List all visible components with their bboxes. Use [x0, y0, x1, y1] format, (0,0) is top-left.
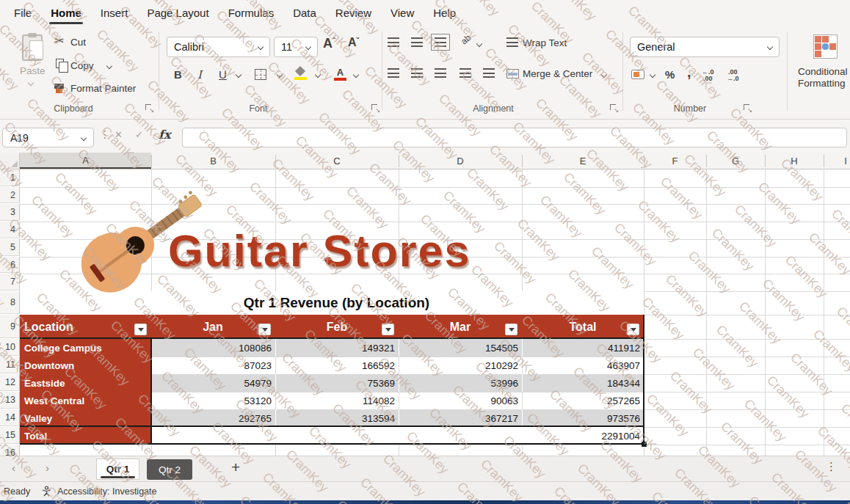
- table-row-label[interactable]: College Campus: [20, 339, 151, 357]
- row-header-9[interactable]: 9: [0, 315, 20, 338]
- table-cell[interactable]: 87023: [154, 357, 272, 374]
- comma-style-button[interactable]: ,: [687, 64, 691, 81]
- ribbon-tab-insert[interactable]: Insert: [91, 0, 138, 26]
- merge-center-label[interactable]: Merge & Center: [523, 68, 592, 79]
- filter-button[interactable]: [382, 324, 394, 335]
- table-cell[interactable]: 367217: [402, 409, 518, 427]
- align-center-icon[interactable]: [411, 68, 423, 78]
- row-header-3[interactable]: 3: [0, 204, 20, 221]
- column-header-A[interactable]: A: [20, 153, 151, 169]
- filter-button[interactable]: [258, 324, 271, 335]
- table-cell[interactable]: 108086: [154, 339, 272, 357]
- column-header-I[interactable]: I: [824, 153, 850, 169]
- column-header-B[interactable]: B: [151, 153, 275, 169]
- table-row-label[interactable]: Valley: [20, 409, 151, 427]
- column-header-C[interactable]: C: [275, 153, 399, 169]
- increase-indent-icon[interactable]: [483, 68, 495, 78]
- table-cell[interactable]: 166592: [278, 357, 395, 374]
- table-cell[interactable]: 463907: [525, 357, 640, 374]
- fx-icon[interactable]: fx: [159, 128, 170, 142]
- column-header-D[interactable]: D: [399, 153, 522, 169]
- table-row-label[interactable]: Eastside: [20, 374, 151, 392]
- increase-decimal-icon[interactable]: ←.0.00: [702, 69, 714, 82]
- cut-label[interactable]: Cut: [70, 37, 86, 48]
- table-cell[interactable]: 114082: [278, 392, 395, 409]
- alignment-dialog-launcher[interactable]: [610, 104, 618, 112]
- table-row-label[interactable]: Downtown: [20, 357, 151, 374]
- column-header-E[interactable]: E: [522, 153, 644, 169]
- format-painter-label[interactable]: Format Painter: [70, 83, 136, 94]
- percent-style-button[interactable]: %: [665, 68, 675, 81]
- wrap-text-label[interactable]: Wrap Text: [523, 37, 567, 48]
- tab-strip-menu-icon[interactable]: ⋮: [826, 460, 837, 473]
- number-dialog-launcher[interactable]: [744, 104, 752, 112]
- row-header-5[interactable]: 5: [0, 239, 20, 256]
- table-cell[interactable]: 973576: [525, 409, 640, 427]
- table-cell[interactable]: 75369: [278, 374, 395, 392]
- name-box[interactable]: A19: [2, 128, 94, 147]
- new-sheet-button[interactable]: +: [231, 459, 240, 476]
- table-cell[interactable]: 313594: [278, 409, 395, 427]
- row-header-1[interactable]: 1: [0, 169, 20, 186]
- column-header-H[interactable]: H: [765, 153, 824, 169]
- table-cell[interactable]: 90063: [402, 392, 518, 409]
- table-total-label[interactable]: Total: [20, 427, 151, 445]
- filter-button[interactable]: [134, 324, 147, 335]
- orientation-chevron-icon[interactable]: [476, 41, 482, 47]
- font-family-combo[interactable]: Calibri: [167, 37, 270, 57]
- table-cell[interactable]: 210292: [402, 357, 518, 374]
- align-right-icon[interactable]: [435, 68, 446, 78]
- enter-icon[interactable]: ✓: [135, 129, 143, 140]
- orientation-icon[interactable]: ab: [459, 32, 473, 46]
- table-header-location[interactable]: Location: [24, 315, 73, 339]
- row-header-8[interactable]: 8: [0, 291, 20, 314]
- decrease-decimal-icon[interactable]: .00→.0: [727, 69, 739, 82]
- underline-button[interactable]: U: [219, 68, 227, 81]
- font-dialog-launcher[interactable]: [371, 104, 379, 112]
- filter-button[interactable]: [505, 324, 517, 335]
- table-row-label[interactable]: West Central: [20, 392, 151, 409]
- prev-sheet-icon[interactable]: ‹: [12, 461, 15, 474]
- copy-label[interactable]: Copy: [70, 60, 94, 71]
- table-header-feb[interactable]: Feb: [293, 315, 381, 339]
- cancel-icon[interactable]: ✕: [115, 129, 123, 140]
- column-header-G[interactable]: G: [706, 153, 765, 169]
- row-header-14[interactable]: 14: [0, 409, 20, 426]
- row-header-11[interactable]: 11: [0, 357, 20, 373]
- row-header-16[interactable]: 16: [0, 445, 20, 456]
- copy-chevron-icon[interactable]: [106, 63, 112, 69]
- row-header-12[interactable]: 12: [0, 374, 20, 391]
- accounting-chevron-icon[interactable]: [650, 72, 655, 78]
- copy-icon[interactable]: [56, 59, 64, 68]
- column-header-F[interactable]: F: [644, 153, 706, 169]
- italic-button[interactable]: I: [197, 68, 202, 81]
- middle-align-icon[interactable]: [411, 37, 423, 47]
- ribbon-tab-data[interactable]: Data: [283, 0, 326, 26]
- ribbon-tab-help[interactable]: Help: [424, 0, 465, 26]
- fill-color-chevron-icon[interactable]: [315, 72, 321, 78]
- top-align-icon[interactable]: [388, 37, 399, 47]
- borders-chevron-icon[interactable]: [277, 72, 283, 78]
- decrease-indent-icon[interactable]: [459, 68, 471, 78]
- table-cell[interactable]: 53996: [402, 374, 518, 392]
- cut-icon[interactable]: ✂: [54, 34, 64, 48]
- sheet-tab-qtr2[interactable]: Qtr 2: [147, 459, 192, 480]
- row-header-4[interactable]: 4: [0, 222, 20, 238]
- bottom-align-icon[interactable]: [435, 37, 446, 47]
- table-total-value[interactable]: 2291004: [525, 427, 640, 445]
- wrap-text-icon[interactable]: [506, 37, 518, 47]
- ribbon-tab-formulas[interactable]: Formulas: [219, 0, 284, 26]
- formula-input[interactable]: [182, 128, 847, 147]
- table-cell[interactable]: 292765: [154, 409, 272, 427]
- ribbon-tab-file[interactable]: File: [4, 0, 41, 26]
- number-format-combo[interactable]: General: [630, 37, 780, 57]
- filter-button[interactable]: [627, 324, 639, 335]
- select-all-corner[interactable]: [0, 153, 20, 169]
- next-sheet-icon[interactable]: ›: [46, 461, 49, 474]
- underline-chevron-icon[interactable]: [236, 72, 241, 78]
- conditional-formatting-icon[interactable]: [813, 34, 838, 59]
- row-header-2[interactable]: 2: [0, 187, 20, 203]
- row-header-6[interactable]: 6: [0, 257, 20, 273]
- font-size-combo[interactable]: 11: [274, 37, 318, 57]
- row-header-15[interactable]: 15: [0, 427, 20, 444]
